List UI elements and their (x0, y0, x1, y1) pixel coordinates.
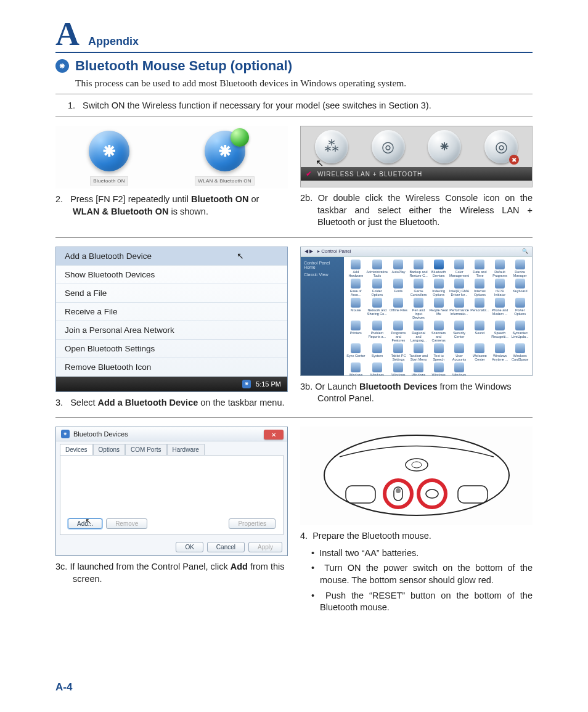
control-panel-item[interactable]: Sound (470, 321, 489, 342)
control-panel-item[interactable]: Add Hardware (346, 260, 365, 277)
control-panel-item[interactable]: Device Manager (510, 260, 529, 277)
control-panel-item[interactable]: Date and Time (470, 260, 489, 277)
control-panel-item[interactable]: Text to Speech (429, 343, 448, 361)
tab-devices[interactable]: Devices (60, 444, 93, 455)
remove-button[interactable]: Remove (106, 518, 147, 529)
control-panel-titlebar: ◀ ▶ ▸ Control Panel 🔍 (301, 247, 532, 257)
control-panel-item[interactable]: Regional and Languag... (409, 321, 428, 342)
control-panel-item[interactable]: Fonts (389, 279, 408, 297)
control-panel-item-icon (434, 321, 444, 330)
control-panel-item[interactable]: Default Programs (491, 260, 510, 277)
control-panel-item[interactable]: User Accounts (449, 343, 469, 361)
control-panel-item[interactable]: Mouse (346, 298, 365, 319)
control-panel-item[interactable]: iSCSI Initiator (491, 279, 510, 297)
menu-item-open-bluetooth-settings[interactable]: Open Bluetooth Settings (56, 340, 287, 358)
menu-item-remove-bluetooth-icon[interactable]: Remove Bluetooth Icon (56, 358, 287, 377)
control-panel-item[interactable]: Ease of Acce... (346, 279, 365, 297)
control-panel-item[interactable]: Speech Recogniti... (491, 321, 510, 342)
cancel-button[interactable]: Cancel (207, 542, 245, 552)
control-panel-item[interactable]: Programs and Features (389, 321, 408, 342)
bullet-text: Install two “AA” batteries. (319, 548, 419, 558)
control-panel-item-label: Indexing Options (429, 289, 448, 297)
step-bold: Add a Bluetooth Device (98, 398, 198, 407)
control-panel-title: Control Panel (321, 248, 351, 254)
bluetooth-tray-icon[interactable]: ⁕ (242, 380, 251, 388)
apply-button[interactable]: Apply (248, 542, 282, 552)
control-panel-item[interactable]: Administrative Tools (367, 260, 388, 277)
control-panel-item[interactable]: Scanners and Cameras (429, 321, 448, 342)
menu-item-join-pan[interactable]: Join a Personal Area Network (56, 321, 287, 340)
control-panel-item[interactable]: Windows Firewall (367, 362, 388, 375)
control-panel-item-label: Windows Anytime ... (491, 354, 510, 361)
control-panel-item-icon (515, 321, 525, 330)
figure-taskbar-menu: Add a Bluetooth Device ↖ Show Bluetooth … (55, 247, 288, 392)
control-panel-item-label: Performance Informatio... (449, 308, 469, 316)
control-panel-item[interactable]: Internet Options (470, 279, 489, 297)
sidebar-link-home[interactable]: Control Panel Home (304, 261, 341, 269)
control-panel-item-icon (393, 362, 403, 372)
control-panel-item-icon (351, 343, 361, 353)
control-panel-item[interactable]: AutoPlay (389, 260, 408, 277)
control-panel-item[interactable]: Windows Mobilit... (389, 362, 408, 375)
control-panel-item[interactable]: Pen and Input Devices (409, 298, 428, 319)
control-panel-item[interactable]: Personaliz... (470, 298, 489, 319)
control-panel-item[interactable]: Problem Reports a... (367, 321, 388, 342)
control-panel-item[interactable]: System (367, 343, 388, 361)
menu-item-show-bluetooth-devices[interactable]: Show Bluetooth Devices (56, 266, 287, 284)
control-panel-item[interactable]: Keyboard (510, 279, 529, 297)
control-panel-item[interactable]: Windows Sidebar ... (409, 362, 428, 375)
control-panel-item[interactable]: Backup and Restore C... (409, 260, 428, 277)
control-panel-item[interactable]: Tablet PC Settings (389, 343, 408, 361)
bluetooth-console-icon[interactable]: ⁕ (428, 130, 461, 163)
sidebar-link-classic-view[interactable]: Classic View (304, 272, 341, 277)
tab-hardware[interactable]: Hardware (167, 444, 205, 455)
control-panel-item[interactable]: Folder Options (367, 279, 388, 297)
control-panel-item[interactable]: Sync Center (346, 343, 365, 361)
control-panel-item[interactable]: Taskbar and Start Menu (409, 343, 428, 361)
control-panel-item[interactable]: Performance Informatio... (449, 298, 469, 319)
control-panel-item-label: Windows Sidebar ... (409, 373, 428, 375)
menu-item-send-file[interactable]: Send a File (56, 284, 287, 303)
control-panel-item[interactable]: Network and Sharing Ce... (367, 298, 388, 319)
control-panel-item[interactable]: Printers (346, 321, 365, 342)
menu-item-add-bluetooth-device[interactable]: Add a Bluetooth Device ↖ (56, 247, 287, 266)
wlan-icon[interactable]: ◎ (372, 130, 405, 163)
step-2b: 2b. Or double click the Wireless Console… (300, 192, 533, 229)
control-panel-item[interactable]: Windows SlideShow (429, 362, 448, 375)
control-panel-item[interactable]: Welcome Center (470, 343, 489, 361)
control-panel-item[interactable]: Symantec LiveUpda... (510, 321, 529, 342)
control-panel-item-label: Problem Reports a... (367, 331, 388, 338)
control-panel-item-label: iSCSI Initiator (491, 289, 510, 297)
control-panel-item-label: Security Center (449, 331, 469, 338)
control-panel-item-label: Mouse (351, 308, 361, 312)
bluetooth-on-caption: Bluetooth ON (90, 176, 128, 186)
tab-com-ports[interactable]: COM Ports (125, 444, 166, 455)
menu-item-receive-file[interactable]: Receive a File (56, 303, 287, 321)
ok-button[interactable]: OK (176, 542, 203, 552)
tab-options[interactable]: Options (93, 444, 125, 455)
control-panel-item[interactable]: Offline Files (389, 298, 408, 319)
close-button[interactable]: ✕ (264, 430, 284, 440)
control-panel-item[interactable]: Windows Anytime ... (491, 343, 510, 361)
control-panel-item[interactable]: Windows Defender (346, 362, 365, 375)
wireless-off-icon[interactable]: ◎ (484, 130, 518, 163)
control-panel-item-label: Windows SlideShow (429, 373, 448, 375)
divider (55, 417, 533, 418)
control-panel-item[interactable]: Intel(R) GMA Driver for... (449, 279, 469, 297)
control-panel-item[interactable]: Color Management (449, 260, 469, 277)
bluetooth-on-icon-box: ⁕ Bluetooth ON (89, 131, 129, 186)
control-panel-item-icon (434, 362, 444, 372)
control-panel-item[interactable]: Phone and Modem ... (491, 298, 510, 319)
properties-button[interactable]: Properties (229, 518, 276, 529)
divider (55, 117, 533, 117)
control-panel-item[interactable]: Windows CardSpace (510, 343, 529, 361)
step-3c: 3c. If launched from the Control Panel, … (55, 561, 288, 585)
control-panel-item[interactable]: Bluetooth Devices (429, 260, 448, 277)
control-panel-item[interactable]: Indexing Options (429, 279, 448, 297)
control-panel-item[interactable]: Windows Update (449, 362, 469, 375)
control-panel-item[interactable]: Power Options (510, 298, 529, 319)
control-panel-item[interactable]: People Near Me (429, 298, 448, 319)
control-panel-item[interactable]: Game Controllers (409, 279, 428, 297)
console-status-bar: ✔ Wireless Lan + Bluetooth (301, 167, 532, 181)
control-panel-item[interactable]: Security Center (449, 321, 469, 342)
